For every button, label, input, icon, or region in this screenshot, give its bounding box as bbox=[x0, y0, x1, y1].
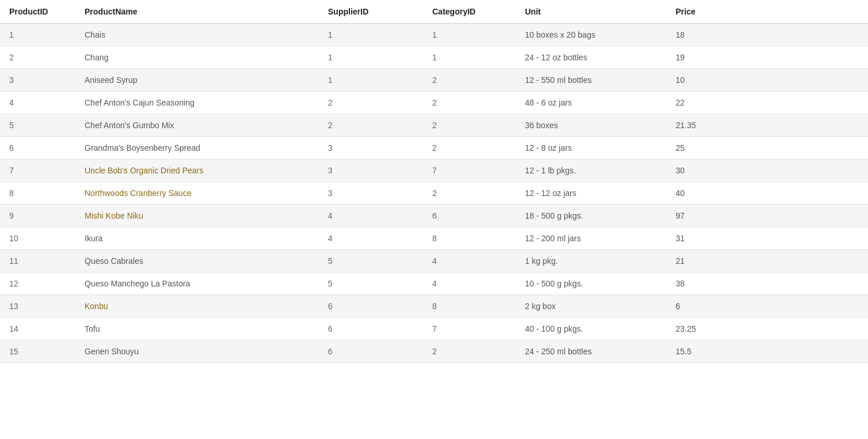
cell-productid: 13 bbox=[0, 295, 75, 318]
cell-price: 31 bbox=[666, 227, 868, 250]
cell-supplierid: 5 bbox=[319, 273, 423, 295]
cell-productid: 1 bbox=[0, 24, 75, 46]
cell-productname: Tofu bbox=[75, 318, 319, 340]
table-row: 11 Queso Cabrales 5 4 1 kg pkg. 21 bbox=[0, 250, 868, 273]
cell-price: 15.5 bbox=[666, 340, 868, 363]
cell-price: 38 bbox=[666, 273, 868, 295]
cell-productid: 11 bbox=[0, 250, 75, 273]
cell-productid: 5 bbox=[0, 114, 75, 137]
cell-price: 18 bbox=[666, 24, 868, 46]
cell-price: 21.35 bbox=[666, 114, 868, 137]
cell-unit: 12 - 12 oz jars bbox=[516, 182, 666, 205]
products-table: ProductID ProductName SupplierID Categor… bbox=[0, 0, 868, 363]
cell-categoryid: 4 bbox=[423, 273, 516, 295]
col-header-supplierid: SupplierID bbox=[319, 0, 423, 24]
cell-productname: Ikura bbox=[75, 227, 319, 250]
table-row: 6 Grandma's Boysenberry Spread 3 2 12 - … bbox=[0, 137, 868, 159]
cell-supplierid: 6 bbox=[319, 318, 423, 340]
cell-categoryid: 1 bbox=[423, 24, 516, 46]
cell-categoryid: 2 bbox=[423, 69, 516, 92]
cell-categoryid: 8 bbox=[423, 295, 516, 318]
table-header-row: ProductID ProductName SupplierID Categor… bbox=[0, 0, 868, 24]
table-row: 3 Aniseed Syrup 1 2 12 - 550 ml bottles … bbox=[0, 69, 868, 92]
cell-supplierid: 1 bbox=[319, 46, 423, 69]
table-row: 13 Konbu 6 8 2 kg box 6 bbox=[0, 295, 868, 318]
cell-unit: 24 - 250 ml bottles bbox=[516, 340, 666, 363]
table-row: 12 Queso Manchego La Pastora 5 4 10 - 50… bbox=[0, 273, 868, 295]
table-row: 14 Tofu 6 7 40 - 100 g pkgs. 23.25 bbox=[0, 318, 868, 340]
cell-unit: 12 - 1 lb pkgs. bbox=[516, 159, 666, 182]
table-row: 7 Uncle Bob's Organic Dried Pears 3 7 12… bbox=[0, 159, 868, 182]
cell-unit: 10 - 500 g pkgs. bbox=[516, 273, 666, 295]
table-row: 2 Chang 1 1 24 - 12 oz bottles 19 bbox=[0, 46, 868, 69]
cell-unit: 1 kg pkg. bbox=[516, 250, 666, 273]
cell-categoryid: 8 bbox=[423, 227, 516, 250]
cell-productid: 15 bbox=[0, 340, 75, 363]
cell-productname[interactable]: Northwoods Cranberry Sauce bbox=[75, 182, 319, 205]
cell-unit: 12 - 8 oz jars bbox=[516, 137, 666, 159]
cell-supplierid: 4 bbox=[319, 227, 423, 250]
cell-productname: Grandma's Boysenberry Spread bbox=[75, 137, 319, 159]
cell-supplierid: 3 bbox=[319, 182, 423, 205]
cell-productname: Queso Manchego La Pastora bbox=[75, 273, 319, 295]
cell-price: 97 bbox=[666, 205, 868, 227]
cell-unit: 10 boxes x 20 bags bbox=[516, 24, 666, 46]
cell-price: 22 bbox=[666, 92, 868, 114]
cell-price: 23.25 bbox=[666, 318, 868, 340]
table-body: 1 Chais 1 1 10 boxes x 20 bags 18 2 Chan… bbox=[0, 24, 868, 363]
cell-supplierid: 1 bbox=[319, 24, 423, 46]
cell-supplierid: 1 bbox=[319, 69, 423, 92]
cell-categoryid: 7 bbox=[423, 318, 516, 340]
cell-productname: Chef Anton's Gumbo Mix bbox=[75, 114, 319, 137]
table-row: 10 Ikura 4 8 12 - 200 ml jars 31 bbox=[0, 227, 868, 250]
cell-unit: 12 - 200 ml jars bbox=[516, 227, 666, 250]
cell-categoryid: 7 bbox=[423, 159, 516, 182]
cell-unit: 12 - 550 ml bottles bbox=[516, 69, 666, 92]
cell-price: 25 bbox=[666, 137, 868, 159]
cell-productname[interactable]: Uncle Bob's Organic Dried Pears bbox=[75, 159, 319, 182]
cell-categoryid: 2 bbox=[423, 182, 516, 205]
cell-productname: Chais bbox=[75, 24, 319, 46]
cell-productname[interactable]: Mishi Kobe Niku bbox=[75, 205, 319, 227]
cell-supplierid: 3 bbox=[319, 137, 423, 159]
cell-productid: 4 bbox=[0, 92, 75, 114]
cell-unit: 2 kg box bbox=[516, 295, 666, 318]
cell-supplierid: 3 bbox=[319, 159, 423, 182]
cell-price: 6 bbox=[666, 295, 868, 318]
table-row: 15 Genen Shouyu 6 2 24 - 250 ml bottles … bbox=[0, 340, 868, 363]
cell-supplierid: 5 bbox=[319, 250, 423, 273]
cell-productid: 6 bbox=[0, 137, 75, 159]
cell-supplierid: 2 bbox=[319, 92, 423, 114]
cell-price: 30 bbox=[666, 159, 868, 182]
cell-productname: Queso Cabrales bbox=[75, 250, 319, 273]
cell-productname: Aniseed Syrup bbox=[75, 69, 319, 92]
col-header-categoryid: CategoryID bbox=[423, 0, 516, 24]
cell-price: 40 bbox=[666, 182, 868, 205]
col-header-productid: ProductID bbox=[0, 0, 75, 24]
cell-categoryid: 2 bbox=[423, 114, 516, 137]
cell-categoryid: 2 bbox=[423, 92, 516, 114]
cell-productid: 10 bbox=[0, 227, 75, 250]
table-row: 1 Chais 1 1 10 boxes x 20 bags 18 bbox=[0, 24, 868, 46]
table-row: 8 Northwoods Cranberry Sauce 3 2 12 - 12… bbox=[0, 182, 868, 205]
cell-categoryid: 4 bbox=[423, 250, 516, 273]
table-row: 4 Chef Anton's Cajun Seasoning 2 2 48 - … bbox=[0, 92, 868, 114]
cell-productid: 3 bbox=[0, 69, 75, 92]
cell-productid: 2 bbox=[0, 46, 75, 69]
cell-price: 21 bbox=[666, 250, 868, 273]
cell-productname: Genen Shouyu bbox=[75, 340, 319, 363]
table-row: 9 Mishi Kobe Niku 4 6 18 - 500 g pkgs. 9… bbox=[0, 205, 868, 227]
products-table-container: ProductID ProductName SupplierID Categor… bbox=[0, 0, 868, 439]
table-row: 5 Chef Anton's Gumbo Mix 2 2 36 boxes 21… bbox=[0, 114, 868, 137]
cell-productid: 14 bbox=[0, 318, 75, 340]
cell-unit: 18 - 500 g pkgs. bbox=[516, 205, 666, 227]
cell-productname: Chef Anton's Cajun Seasoning bbox=[75, 92, 319, 114]
cell-price: 19 bbox=[666, 46, 868, 69]
cell-unit: 48 - 6 oz jars bbox=[516, 92, 666, 114]
cell-productname[interactable]: Konbu bbox=[75, 295, 319, 318]
col-header-productname: ProductName bbox=[75, 0, 319, 24]
col-header-price: Price bbox=[666, 0, 868, 24]
cell-supplierid: 4 bbox=[319, 205, 423, 227]
cell-unit: 36 boxes bbox=[516, 114, 666, 137]
cell-supplierid: 6 bbox=[319, 340, 423, 363]
